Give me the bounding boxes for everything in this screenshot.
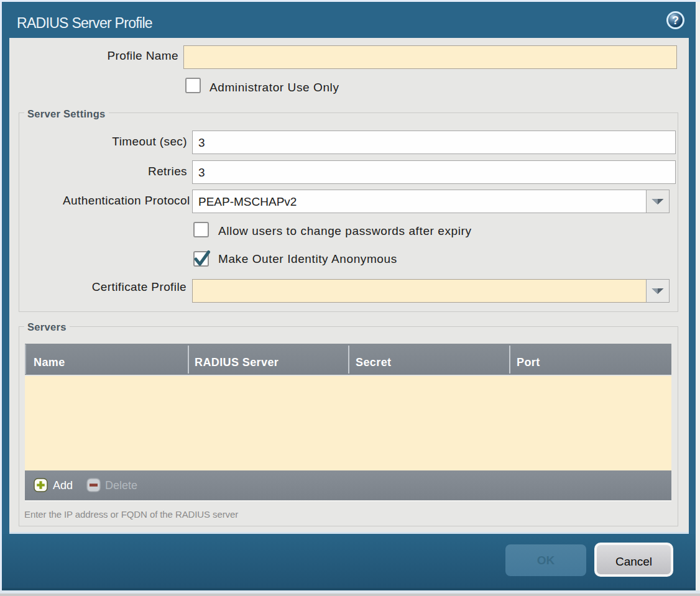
svg-text:?: ? xyxy=(672,14,679,27)
